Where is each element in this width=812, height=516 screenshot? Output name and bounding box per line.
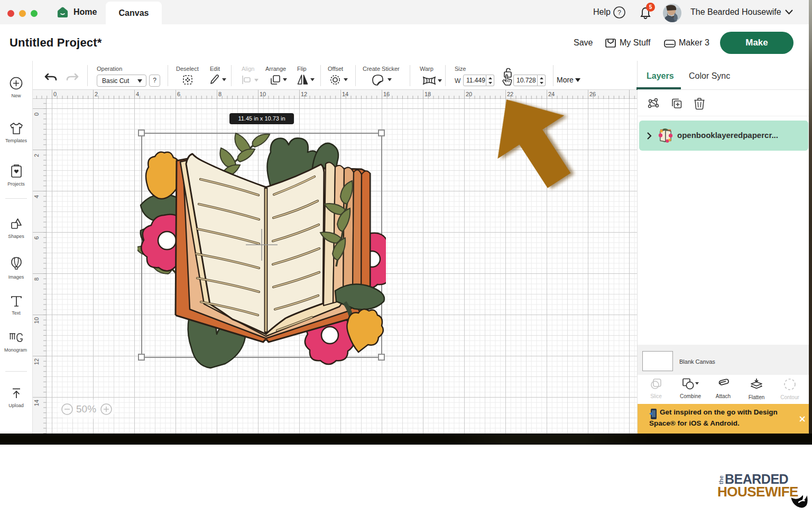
svg-text:?: ? — [617, 9, 621, 16]
